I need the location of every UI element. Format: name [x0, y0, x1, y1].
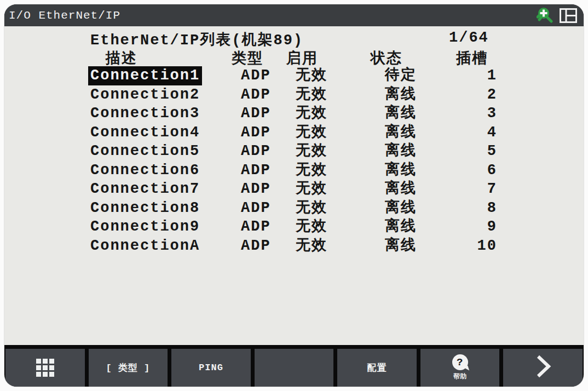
connection-slot: 2 — [437, 85, 497, 105]
connection-enable: 无效 — [296, 123, 327, 142]
connection-description[interactable]: Connection3 — [90, 104, 200, 123]
connection-status: 离线 — [385, 237, 417, 256]
connection-type: ADP — [241, 104, 271, 123]
header-desc: 描述 — [106, 48, 137, 68]
connection-slot: 10 — [437, 237, 497, 256]
help-question-icon: ? — [452, 354, 468, 370]
header-enable: 启用 — [286, 48, 318, 68]
grid-menu-icon — [36, 359, 54, 377]
connection-status: 离线 — [385, 180, 417, 199]
connection-status: 离线 — [385, 199, 417, 218]
connection-status: 离线 — [385, 123, 417, 142]
connection-description[interactable]: Connection4 — [90, 123, 200, 142]
config-button[interactable]: 配置 — [337, 349, 417, 387]
connection-slot: 7 — [437, 180, 497, 199]
table-row[interactable]: Connection3ADP无效离线3 — [4, 104, 584, 123]
connection-enable: 无效 — [296, 66, 327, 85]
table-row[interactable]: Connection6ADP无效离线6 — [4, 161, 584, 180]
connection-description[interactable]: Connection7 — [90, 180, 200, 199]
connection-slot: 3 — [437, 104, 497, 123]
table-row[interactable]: Connection1ADP无效待定1 — [4, 66, 584, 85]
connection-status: 离线 — [385, 217, 417, 237]
connection-enable: 无效 — [296, 142, 327, 161]
titlebar-icons — [537, 7, 584, 24]
connection-slot: 5 — [437, 142, 497, 161]
header-status: 状态 — [371, 48, 402, 68]
window-title: I/O EtherNet/IP — [4, 9, 120, 22]
function-key-bar: [ 类型 ] PING 配置 ? 帮助 — [4, 349, 584, 387]
connection-type: ADP — [241, 217, 271, 237]
next-page-button[interactable] — [503, 349, 583, 387]
connection-slot: 6 — [437, 161, 497, 180]
table-row[interactable]: Connection8ADP无效离线8 — [4, 199, 584, 218]
page-indicator: 1/64 — [449, 30, 489, 46]
table-row[interactable]: Connection5ADP无效离线5 — [4, 142, 584, 161]
connection-type: ADP — [241, 142, 271, 161]
connection-status: 离线 — [385, 142, 417, 161]
connection-enable: 无效 — [296, 104, 327, 123]
connection-slot: 1 — [437, 66, 497, 85]
zoom-in-icon[interactable] — [537, 7, 553, 24]
connection-slot: 4 — [437, 123, 497, 142]
connection-enable: 无效 — [296, 161, 327, 180]
table-row[interactable]: Connection2ADP无效离线2 — [4, 85, 584, 105]
connection-enable: 无效 — [296, 217, 327, 237]
blank-function-button[interactable] — [255, 349, 334, 387]
table-row[interactable]: Connection9ADP无效离线9 — [4, 217, 584, 237]
menu-button[interactable] — [5, 349, 85, 387]
table-row[interactable]: Connection7ADP无效离线7 — [4, 180, 584, 199]
connection-slot: 9 — [437, 217, 497, 237]
connection-description[interactable]: Connection5 — [90, 142, 200, 161]
connection-enable: 无效 — [296, 237, 327, 256]
connection-enable: 无效 — [296, 199, 327, 218]
connection-description[interactable]: Connection1 — [88, 66, 202, 85]
ping-button-label: PING — [199, 363, 223, 373]
type-button[interactable]: [ 类型 ] — [89, 349, 168, 387]
titlebar: I/O EtherNet/IP — [4, 4, 584, 26]
connection-description[interactable]: ConnectionA — [90, 237, 200, 256]
config-button-label: 配置 — [367, 361, 387, 374]
connection-description[interactable]: Connection9 — [90, 217, 200, 237]
connection-type: ADP — [241, 66, 271, 85]
header-slot: 插槽 — [456, 48, 488, 68]
connection-description[interactable]: Connection6 — [90, 161, 200, 180]
table-row[interactable]: Connection4ADP无效离线4 — [4, 123, 584, 142]
split-screen-icon[interactable] — [560, 8, 577, 23]
connection-status: 待定 — [385, 66, 417, 85]
connection-description[interactable]: Connection8 — [90, 199, 200, 218]
connection-enable: 无效 — [296, 180, 327, 199]
connection-type: ADP — [241, 199, 271, 218]
connection-type: ADP — [241, 161, 271, 180]
connection-type: ADP — [241, 237, 271, 256]
chevron-right-icon — [532, 354, 554, 382]
list-title: EtherNet/IP列表(机架89) — [90, 30, 303, 49]
ping-button[interactable]: PING — [171, 349, 251, 387]
type-button-label: [ 类型 ] — [106, 361, 150, 374]
header-type: 类型 — [232, 48, 263, 68]
table-row[interactable]: ConnectionAADP无效离线10 — [4, 237, 584, 256]
help-button-label: 帮助 — [453, 372, 466, 381]
connection-enable: 无效 — [296, 85, 327, 105]
ethernet-ip-list: EtherNet/IP列表(机架89) 1/64 描述 类型 启用 状态 插槽 … — [4, 26, 584, 345]
pendant-screen: I/O EtherNet/IP EtherNet/IP列 — [4, 4, 584, 387]
connection-status: 离线 — [385, 85, 417, 105]
connection-status: 离线 — [385, 161, 417, 180]
connection-type: ADP — [241, 180, 271, 199]
main-panel: EtherNet/IP列表(机架89) 1/64 描述 类型 启用 状态 插槽 … — [4, 26, 584, 345]
table-header: 描述 类型 启用 状态 插槽 — [4, 48, 584, 67]
connection-description[interactable]: Connection2 — [90, 85, 200, 105]
connection-table-rows: Connection1ADP无效待定1Connection2ADP无效离线2Co… — [4, 66, 584, 255]
connection-type: ADP — [241, 85, 271, 105]
connection-type: ADP — [241, 123, 271, 142]
help-button[interactable]: ? 帮助 — [420, 349, 500, 387]
connection-status: 离线 — [385, 104, 417, 123]
connection-slot: 8 — [437, 199, 497, 218]
